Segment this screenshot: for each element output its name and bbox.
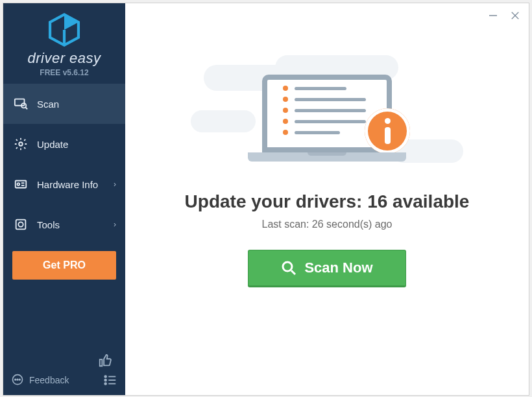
- hardware-icon: [14, 177, 28, 191]
- svg-point-19: [104, 379, 106, 381]
- last-scan-text: Last scan: 26 second(s) ago: [261, 219, 392, 230]
- nav: Scan Update Hardware Info › Tools: [3, 84, 125, 245]
- headline: Update your drivers: 16 available: [185, 191, 470, 212]
- scan-now-button[interactable]: Scan Now: [248, 250, 406, 287]
- brand-name: driver easy: [27, 50, 101, 67]
- app-logo-icon: [47, 12, 82, 47]
- monitor-search-icon: [14, 97, 28, 111]
- nav-scan-label: Scan: [37, 99, 59, 110]
- brand-version: FREE v5.6.12: [40, 68, 88, 77]
- main-panel: Update your drivers: 16 available Last s…: [125, 3, 529, 395]
- nav-hardware-info[interactable]: Hardware Info ›: [3, 164, 125, 204]
- nav-tools-label: Tools: [37, 219, 60, 230]
- nav-tools[interactable]: Tools ›: [3, 204, 125, 245]
- svg-rect-3: [15, 99, 25, 106]
- chevron-right-icon: ›: [114, 220, 116, 229]
- laptop-icon: [262, 75, 392, 152]
- svg-point-17: [104, 376, 106, 378]
- hero-illustration: [230, 49, 424, 172]
- list-icon[interactable]: [103, 373, 117, 387]
- svg-point-21: [104, 383, 106, 385]
- get-pro-button[interactable]: Get PRO: [12, 251, 116, 280]
- svg-point-26: [283, 262, 292, 271]
- svg-point-6: [19, 142, 23, 146]
- svg-line-5: [25, 108, 27, 110]
- chevron-right-icon: ›: [114, 180, 116, 189]
- thumbs-up-icon[interactable]: [98, 354, 112, 368]
- sidebar: driver easy FREE v5.6.12 Scan Update: [3, 3, 125, 395]
- svg-rect-11: [16, 220, 26, 230]
- search-icon: [281, 260, 296, 276]
- nav-update[interactable]: Update: [3, 124, 125, 164]
- info-badge-icon: [365, 108, 410, 154]
- scan-now-label: Scan Now: [304, 259, 372, 276]
- feedback-button[interactable]: Feedback: [11, 374, 69, 387]
- chat-icon: [11, 374, 24, 387]
- svg-point-15: [17, 379, 18, 380]
- gear-icon: [14, 137, 28, 151]
- get-pro-label: Get PRO: [43, 259, 86, 271]
- svg-point-8: [18, 183, 20, 186]
- feedback-label: Feedback: [29, 375, 69, 385]
- nav-hardware-label: Hardware Info: [37, 179, 98, 190]
- svg-line-27: [291, 271, 295, 274]
- svg-point-14: [15, 379, 16, 380]
- sidebar-footer: Feedback: [3, 347, 125, 395]
- close-button[interactable]: [508, 8, 522, 23]
- svg-point-12: [18, 222, 23, 226]
- nav-update-label: Update: [37, 139, 68, 150]
- nav-scan[interactable]: Scan: [3, 84, 125, 124]
- app-window: driver easy FREE v5.6.12 Scan Update: [3, 3, 529, 396]
- tools-icon: [14, 217, 28, 232]
- brand-block: driver easy FREE v5.6.12: [3, 3, 125, 84]
- svg-point-16: [19, 379, 21, 380]
- window-controls: [486, 8, 522, 23]
- minimize-button[interactable]: [486, 8, 500, 23]
